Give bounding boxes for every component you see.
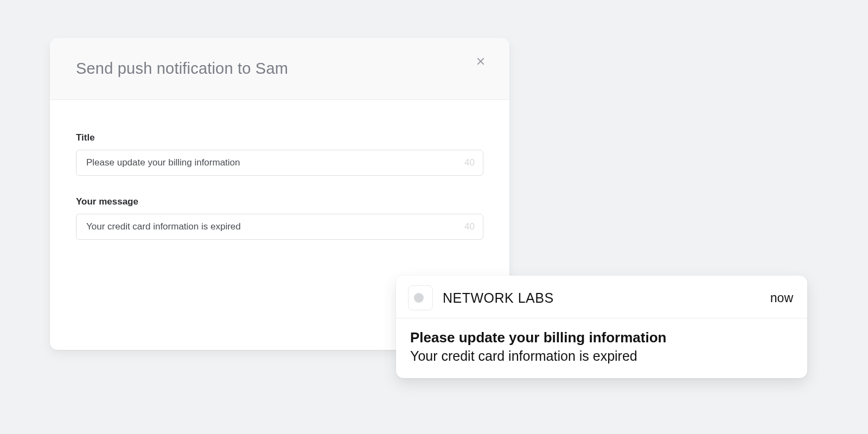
- close-button[interactable]: [471, 52, 490, 71]
- notification-header: NETWORK LABS now: [396, 276, 807, 318]
- notification-time: now: [770, 291, 793, 305]
- notification-preview: NETWORK LABS now Please update your bill…: [396, 276, 807, 378]
- notification-body: Please update your billing information Y…: [396, 318, 807, 378]
- title-input[interactable]: [76, 150, 483, 176]
- title-label: Title: [76, 132, 483, 143]
- title-input-wrap: 40: [76, 150, 483, 176]
- message-input-wrap: 40: [76, 214, 483, 240]
- message-input[interactable]: [76, 214, 483, 240]
- close-icon: [476, 56, 486, 66]
- message-field-group: Your message 40: [76, 196, 483, 240]
- notification-message: Your credit card information is expired: [410, 348, 793, 364]
- title-field-group: Title 40: [76, 132, 483, 176]
- message-label: Your message: [76, 196, 483, 207]
- notification-title: Please update your billing information: [410, 329, 793, 346]
- notification-app-name: NETWORK LABS: [443, 290, 770, 306]
- svg-point-2: [414, 293, 424, 303]
- modal-title: Send push notification to Sam: [76, 60, 483, 78]
- modal-header: Send push notification to Sam: [50, 38, 509, 100]
- app-icon: [408, 285, 433, 310]
- modal-body: Title 40 Your message 40: [50, 100, 509, 282]
